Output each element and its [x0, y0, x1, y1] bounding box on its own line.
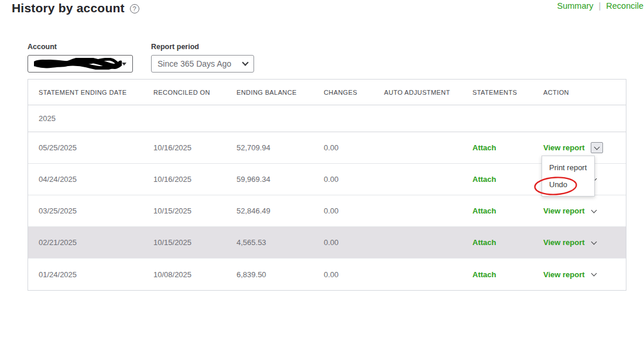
table-row: 01/24/2025 10/08/2025 6,839.50 0.00 Atta…: [28, 259, 626, 290]
cell-reconciled-on: 10/16/2025: [143, 143, 226, 152]
link-separator: |: [599, 1, 601, 11]
cell-reconciled-on: 10/08/2025: [143, 270, 226, 279]
cell-ending-balance: 4,565.53: [226, 238, 313, 247]
view-report-chevron-button[interactable]: [591, 272, 597, 277]
cell-statement-ending-date: 03/25/2025: [28, 206, 143, 215]
account-dropdown[interactable]: [28, 55, 133, 73]
view-report-link[interactable]: View report: [543, 206, 585, 215]
cell-ending-balance: 6,839.50: [226, 270, 313, 279]
history-by-account-page: History by account ? Summary | Reconcile…: [0, 0, 644, 355]
menu-item-print-report[interactable]: Print report: [542, 159, 594, 176]
page-header: History by account ?: [12, 0, 139, 15]
cell-statement-ending-date: 02/21/2025: [28, 238, 143, 247]
cell-statement-ending-date: 01/24/2025: [28, 270, 143, 279]
menu-item-undo[interactable]: Undo: [542, 176, 594, 193]
redaction-scribble: [34, 58, 122, 70]
attach-link[interactable]: Attach: [472, 270, 496, 279]
reconcile-link[interactable]: Reconcile: [606, 1, 643, 11]
view-report-chevron-button[interactable]: [591, 240, 597, 245]
summary-link[interactable]: Summary: [557, 1, 594, 11]
cell-statement-ending-date: 05/25/2025: [28, 143, 143, 152]
cell-changes: 0.00: [313, 206, 374, 215]
attach-link[interactable]: Attach: [472, 175, 496, 184]
page-title: History by account: [12, 0, 125, 15]
header-auto-adjustment: AUTO ADJUSTMENT: [374, 89, 462, 96]
report-period-value: Since 365 Days Ago: [157, 59, 231, 68]
account-filter: Account: [28, 43, 133, 73]
year-group-label: 2025: [39, 114, 56, 123]
view-report-link[interactable]: View report: [543, 143, 585, 152]
cell-changes: 0.00: [313, 143, 374, 152]
cell-changes: 0.00: [313, 175, 374, 184]
report-period-dropdown[interactable]: Since 365 Days Ago: [151, 55, 254, 73]
chevron-down-icon: [594, 144, 600, 150]
cell-changes: 0.00: [313, 238, 374, 247]
cell-ending-balance: 52,709.94: [226, 143, 313, 152]
attach-link[interactable]: Attach: [472, 238, 496, 247]
view-report-chevron-button[interactable]: [591, 142, 603, 153]
table-row: 03/25/2025 10/15/2025 52,846.49 0.00 Att…: [28, 195, 626, 227]
cell-reconciled-on: 10/15/2025: [143, 238, 226, 247]
header-action: ACTION: [533, 89, 626, 96]
header-reconciled-on: RECONCILED ON: [143, 89, 226, 96]
cell-changes: 0.00: [313, 270, 374, 279]
reconciliation-history-table: STATEMENT ENDING DATE RECONCILED ON ENDI…: [28, 79, 626, 291]
chevron-down-icon: [242, 59, 248, 66]
report-period-filter: Report period Since 365 Days Ago: [151, 43, 254, 73]
attach-link[interactable]: Attach: [472, 143, 496, 152]
cell-reconciled-on: 10/16/2025: [143, 175, 226, 184]
view-report-link[interactable]: View report: [543, 270, 585, 279]
cell-ending-balance: 52,846.49: [226, 206, 313, 215]
header-ending-balance: ENDING BALANCE: [226, 89, 313, 96]
cell-reconciled-on: 10/15/2025: [143, 206, 226, 215]
help-icon[interactable]: ?: [130, 4, 139, 13]
cell-statement-ending-date: 04/24/2025: [28, 175, 143, 184]
table-row: 04/24/2025 10/16/2025 59,969.34 0.00 Att…: [28, 164, 626, 195]
table-row: 05/25/2025 10/16/2025 52,709.94 0.00 Att…: [28, 132, 626, 164]
attach-link[interactable]: Attach: [472, 206, 496, 215]
table-header-row: STATEMENT ENDING DATE RECONCILED ON ENDI…: [28, 80, 626, 105]
chevron-down-icon: [591, 239, 597, 244]
table-row: 02/21/2025 10/15/2025 4,565.53 0.00 Atta…: [28, 227, 626, 259]
cell-ending-balance: 59,969.34: [226, 175, 313, 184]
header-changes: CHANGES: [313, 89, 374, 96]
top-nav-links: Summary | Reconcile: [557, 1, 644, 11]
report-period-label: Report period: [151, 43, 254, 51]
header-statements: STATEMENTS: [462, 89, 533, 96]
view-report-chevron-button[interactable]: [591, 209, 597, 213]
caret-down-icon: [122, 63, 126, 66]
view-report-link[interactable]: View report: [543, 238, 585, 247]
chevron-down-icon: [591, 207, 597, 213]
account-label: Account: [28, 43, 133, 51]
header-statement-ending-date: STATEMENT ENDING DATE: [28, 89, 143, 96]
chevron-down-icon: [591, 271, 597, 277]
view-report-menu: Print report Undo: [542, 156, 595, 197]
year-group-row: 2025: [28, 105, 626, 132]
